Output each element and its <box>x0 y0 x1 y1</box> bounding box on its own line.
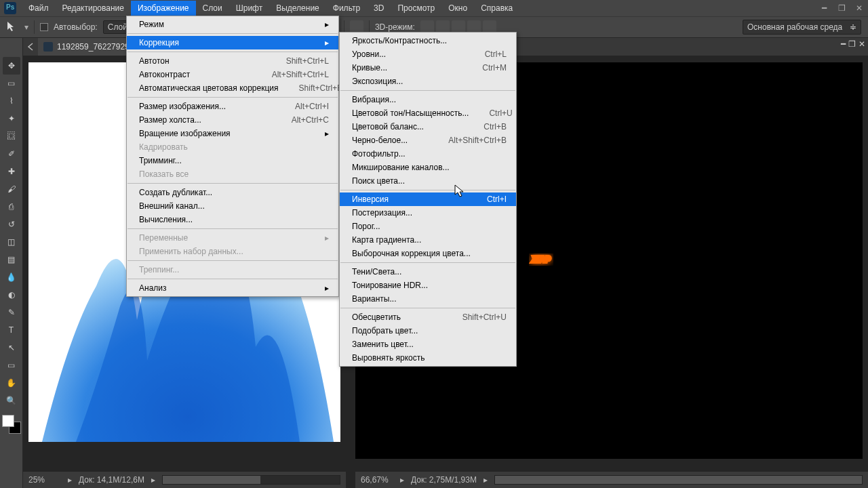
move-tool[interactable]: ✥ <box>3 57 20 75</box>
close-button[interactable]: ✕ <box>850 1 868 15</box>
doc-close-button[interactable]: ✕ <box>859 39 865 49</box>
menu-item[interactable]: АвтотонShift+Ctrl+L <box>127 54 338 68</box>
color-swatches[interactable] <box>2 415 21 434</box>
menu-item[interactable]: Яркость/Контрастность... <box>340 34 516 47</box>
minimize-button[interactable]: ━ <box>815 1 833 15</box>
h-scrollbar[interactable] <box>494 475 863 485</box>
autoselect-checkbox[interactable] <box>40 23 48 31</box>
mode3d-label: 3D-режим: <box>375 22 415 32</box>
menu-item[interactable]: Экспозиция... <box>340 75 516 88</box>
status-bar-right: 66,67% ▸ Док: 2,75M/1,93M ▸ <box>355 472 868 488</box>
menu-item-label: Анализ <box>139 283 167 293</box>
gradient-tool[interactable]: ▤ <box>3 251 20 268</box>
arrow-icon[interactable]: ▸ <box>68 475 72 485</box>
arrow-icon[interactable]: ▸ <box>151 475 155 485</box>
menu-справка[interactable]: Справка <box>474 1 519 16</box>
menu-item[interactable]: Размер холста...Alt+Ctrl+C <box>127 113 338 127</box>
crop-tool[interactable]: ⿴ <box>3 127 20 145</box>
menu-3d[interactable]: 3D <box>367 1 391 16</box>
menu-item[interactable]: Коррекция <box>127 36 338 49</box>
menu-фильтр[interactable]: Фильтр <box>326 1 367 16</box>
foreground-swatch[interactable] <box>2 415 14 427</box>
path-tool[interactable]: ↖ <box>3 339 20 357</box>
menu-item[interactable]: Тримминг... <box>127 154 338 167</box>
menu-item[interactable]: Черно-белое...Alt+Shift+Ctrl+B <box>340 134 516 147</box>
lasso-tool[interactable]: ⌇ <box>3 92 20 110</box>
menu-выделение[interactable]: Выделение <box>269 1 326 16</box>
separator <box>340 190 515 190</box>
shortcut: Shift+Ctrl+B <box>299 83 343 93</box>
menu-item[interactable]: Порог... <box>340 220 516 233</box>
menu-item[interactable]: Вибрация... <box>340 93 516 106</box>
menu-item[interactable]: Размер изображения...Alt+Ctrl+I <box>127 100 338 113</box>
menu-item[interactable]: Цветовой тон/Насыщенность...Ctrl+U <box>340 106 516 120</box>
zoom-tool[interactable]: 🔍 <box>3 392 20 409</box>
menu-шрифт[interactable]: Шрифт <box>229 1 269 16</box>
menu-item[interactable]: ИнверсияCtrl+I <box>340 192 516 206</box>
menu-item[interactable]: Фотофильтр... <box>340 147 516 161</box>
menu-item[interactable]: Кривые...Ctrl+M <box>340 61 516 75</box>
menu-item[interactable]: Постеризация... <box>340 206 516 220</box>
menu-item[interactable]: Выборочная коррекция цвета... <box>340 247 516 260</box>
menu-окно[interactable]: Окно <box>441 1 474 16</box>
menu-item[interactable]: Автоматическая цветовая коррекцияShift+C… <box>127 81 338 95</box>
menu-слои[interactable]: Слои <box>196 1 229 16</box>
maximize-button[interactable]: ❐ <box>833 1 850 15</box>
blur-tool[interactable]: 💧 <box>3 268 20 286</box>
menu-item-label: Фотофильтр... <box>352 149 406 159</box>
menu-item[interactable]: ОбесцветитьShift+Ctrl+U <box>340 310 516 324</box>
menu-item-label: Подобрать цвет... <box>352 326 418 336</box>
history-tool[interactable]: ↺ <box>3 216 20 233</box>
menu-item[interactable]: Внешний канал... <box>127 199 338 213</box>
stamp-tool[interactable]: ⎙ <box>3 198 20 216</box>
eyedropper-tool[interactable]: ✐ <box>3 145 20 163</box>
menu-item-label: Вращение изображения <box>139 129 231 138</box>
menu-изображение[interactable]: Изображение <box>131 1 196 16</box>
menu-редактирование[interactable]: Редактирование <box>56 1 131 16</box>
menu-item-label: Тримминг... <box>139 156 182 165</box>
arrow-icon[interactable]: ▸ <box>484 475 488 485</box>
zoom-value[interactable]: 66,67% <box>361 475 393 485</box>
h-scrollbar[interactable] <box>162 475 340 485</box>
menu-item[interactable]: Заменить цвет... <box>340 338 516 351</box>
menu-item-label: Выровнять яркость <box>352 353 425 363</box>
pen-tool[interactable]: ✎ <box>3 304 20 321</box>
zoom-value[interactable]: 25% <box>28 475 61 485</box>
menu-файл[interactable]: Файл <box>22 1 56 16</box>
menu-item[interactable]: Выровнять яркость <box>340 351 516 365</box>
menu-item[interactable]: Тени/Света... <box>340 265 516 279</box>
heal-tool[interactable]: ✚ <box>3 163 20 180</box>
type-tool[interactable]: T <box>3 321 20 339</box>
rect-tool[interactable]: ▭ <box>3 357 20 374</box>
autoselect-label: Автовыбор: <box>54 22 98 32</box>
menu-item-label: Режим <box>139 20 164 29</box>
menu-item[interactable]: Карта градиента... <box>340 233 516 247</box>
menu-просмотр[interactable]: Просмотр <box>391 1 441 16</box>
menu-item[interactable]: Вращение изображения <box>127 127 338 140</box>
marquee-tool[interactable]: ▭ <box>3 75 20 92</box>
doc-minimize-button[interactable]: ━ <box>841 39 846 49</box>
menu-item[interactable]: Цветовой баланс...Ctrl+B <box>340 120 516 134</box>
dodge-tool[interactable]: ◐ <box>3 286 20 304</box>
doc-maximize-button[interactable]: ❐ <box>848 39 856 49</box>
menu-item[interactable]: Режим <box>127 18 338 31</box>
eraser-tool[interactable]: ◫ <box>3 233 20 251</box>
menu-item[interactable]: Поиск цвета... <box>340 174 516 188</box>
workspace-dropdown[interactable]: Основная рабочая среда≑ <box>743 20 861 35</box>
hand-tool[interactable]: ✋ <box>3 374 20 392</box>
menu-item[interactable]: Микширование каналов... <box>340 161 516 174</box>
menu-item[interactable]: Вычисления... <box>127 213 338 226</box>
menu-item[interactable]: Варианты... <box>340 292 516 306</box>
menu-item-label: Порог... <box>352 222 380 231</box>
tab-arrow-icon[interactable] <box>26 42 35 52</box>
menu-item[interactable]: Анализ <box>127 281 338 295</box>
status-bar-left: 25% ▸ Док: 14,1M/12,6M ▸ <box>23 472 346 488</box>
menu-item[interactable]: Уровни...Ctrl+L <box>340 47 516 61</box>
arrow-icon[interactable]: ▸ <box>400 475 404 485</box>
brush-tool[interactable]: 🖌 <box>3 180 20 198</box>
menu-item[interactable]: Создать дубликат... <box>127 186 338 199</box>
menu-item[interactable]: Подобрать цвет... <box>340 324 516 338</box>
wand-tool[interactable]: ✦ <box>3 110 20 127</box>
menu-item[interactable]: АвтоконтрастAlt+Shift+Ctrl+L <box>127 68 338 81</box>
menu-item[interactable]: Тонирование HDR... <box>340 279 516 292</box>
